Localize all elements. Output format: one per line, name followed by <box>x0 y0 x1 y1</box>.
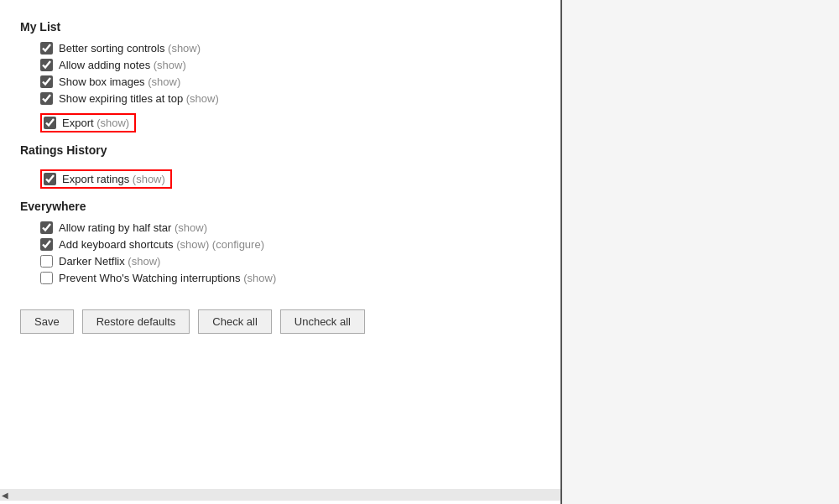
show-box-images-checkbox[interactable] <box>40 75 53 88</box>
keyboard-shortcuts-show[interactable]: (show) <box>176 238 209 251</box>
my-list-section: My List Better sorting controls (show) A… <box>20 20 540 137</box>
allow-notes-row: Allow adding notes (show) <box>40 59 540 71</box>
show-box-images-label: Show box images (show) <box>59 75 180 88</box>
buttons-row: Save Restore defaults Check all Uncheck … <box>20 309 540 342</box>
everywhere-title: Everywhere <box>20 200 540 213</box>
export-label: Export (show) <box>62 117 129 129</box>
uncheck-all-button[interactable]: Uncheck all <box>280 309 365 334</box>
export-checkbox[interactable] <box>44 117 56 129</box>
prevent-whos-watching-checkbox[interactable] <box>40 272 53 284</box>
allow-notes-show[interactable]: (show) <box>154 59 186 71</box>
keyboard-shortcuts-row: Add keyboard shortcuts (show) (configure… <box>40 238 540 251</box>
allow-notes-label: Allow adding notes (show) <box>59 59 186 71</box>
half-star-show[interactable]: (show) <box>175 221 207 234</box>
restore-defaults-button[interactable]: Restore defaults <box>82 309 190 334</box>
allow-notes-checkbox[interactable] <box>40 59 53 71</box>
better-sorting-row: Better sorting controls (show) <box>40 42 540 55</box>
check-all-button[interactable]: Check all <box>198 309 271 334</box>
darker-netflix-row: Darker Netflix (show) <box>40 255 540 268</box>
half-star-row: Allow rating by half star (show) <box>40 221 540 234</box>
keyboard-shortcuts-checkbox[interactable] <box>40 238 53 251</box>
show-box-images-show[interactable]: (show) <box>148 75 180 88</box>
darker-netflix-label: Darker Netflix (show) <box>59 255 160 268</box>
keyboard-shortcuts-configure[interactable]: (configure) <box>212 238 264 251</box>
half-star-checkbox[interactable] <box>40 221 53 234</box>
darker-netflix-checkbox[interactable] <box>40 255 53 268</box>
horizontal-scrollbar[interactable]: ◀ <box>0 489 560 501</box>
better-sorting-checkbox[interactable] <box>40 42 53 55</box>
show-expiring-row: Show expiring titles at top (show) <box>40 92 540 105</box>
show-expiring-label: Show expiring titles at top (show) <box>59 92 219 105</box>
export-ratings-show[interactable]: (show) <box>133 173 165 185</box>
prevent-whos-watching-show[interactable]: (show) <box>243 272 276 284</box>
better-sorting-label: Better sorting controls (show) <box>59 42 201 55</box>
everywhere-section: Everywhere Allow rating by half star (sh… <box>20 200 540 284</box>
show-box-images-row: Show box images (show) <box>40 75 540 88</box>
export-ratings-checkbox[interactable] <box>44 173 56 185</box>
main-panel: My List Better sorting controls (show) A… <box>0 0 560 504</box>
right-panel <box>562 0 839 504</box>
keyboard-shortcuts-label: Add keyboard shortcuts (show) (configure… <box>59 238 264 251</box>
ratings-history-title: Ratings History <box>20 143 540 157</box>
export-show[interactable]: (show) <box>96 117 129 129</box>
show-expiring-show[interactable]: (show) <box>186 92 219 105</box>
save-button[interactable]: Save <box>20 309 74 334</box>
better-sorting-show[interactable]: (show) <box>168 42 201 55</box>
prevent-whos-watching-row: Prevent Who's Watching interruptions (sh… <box>40 272 540 284</box>
export-ratings-label: Export ratings (show) <box>62 173 165 185</box>
show-expiring-checkbox[interactable] <box>40 92 53 105</box>
scroll-left-arrow[interactable]: ◀ <box>2 491 8 500</box>
darker-netflix-show[interactable]: (show) <box>128 255 160 268</box>
ratings-history-section: Ratings History Export ratings (show) <box>20 143 540 193</box>
my-list-title: My List <box>20 20 540 34</box>
prevent-whos-watching-label: Prevent Who's Watching interruptions (sh… <box>59 272 276 284</box>
export-highlighted-row: Export (show) <box>40 113 136 132</box>
export-ratings-highlighted-row: Export ratings (show) <box>40 169 172 189</box>
half-star-label: Allow rating by half star (show) <box>59 221 207 234</box>
